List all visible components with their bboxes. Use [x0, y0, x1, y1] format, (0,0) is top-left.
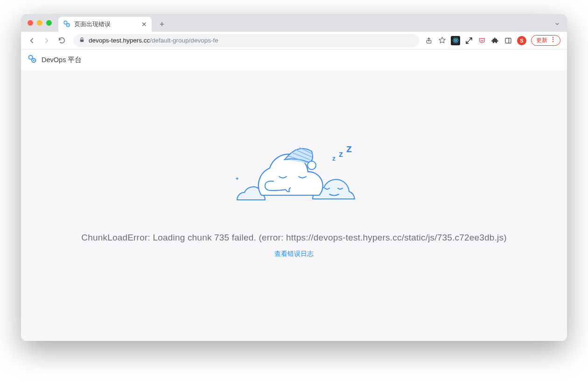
svg-text:z: z: [339, 149, 343, 159]
app-title: DevOps 平台: [42, 56, 82, 64]
svg-text:z: z: [346, 142, 352, 155]
reload-button[interactable]: [56, 35, 68, 47]
update-label: 更新: [536, 36, 547, 44]
lock-icon: [79, 37, 85, 44]
back-button[interactable]: [26, 35, 38, 47]
pocket-icon[interactable]: [478, 36, 486, 45]
bookmark-star-icon[interactable]: [438, 36, 446, 45]
sleeping-cloud-illustration: z z z ✦: [229, 140, 359, 210]
svg-rect-3: [80, 39, 84, 42]
view-error-log-link[interactable]: 查看错误日志: [274, 250, 314, 257]
react-devtools-icon[interactable]: [451, 36, 460, 45]
update-button[interactable]: 更新 ⋮: [531, 35, 560, 46]
svg-point-14: [308, 161, 316, 170]
tab-title: 页面出现错误: [74, 21, 111, 28]
share-icon[interactable]: [425, 36, 433, 45]
extensions-icon[interactable]: [491, 36, 499, 45]
browser-toolbar: devops-test.hypers.cc/default-group/devo…: [21, 32, 567, 50]
tab-favicon-icon: [63, 20, 70, 29]
window-controls: [25, 14, 58, 32]
svg-text:✦: ✦: [235, 176, 239, 181]
tabs-overflow-button[interactable]: [554, 21, 560, 29]
svg-point-2: [68, 24, 69, 25]
svg-point-5: [455, 40, 456, 41]
profile-avatar[interactable]: S: [517, 36, 526, 45]
sidepanel-icon[interactable]: [504, 36, 512, 45]
url-host: devops-test.hypers.cc: [89, 37, 150, 44]
page-content: z z z ✦ ChunkLoadError: Loading chunk 73…: [21, 70, 567, 341]
close-window-button[interactable]: [28, 20, 33, 26]
app-logo-icon: [28, 54, 37, 65]
app-header: DevOps 平台: [21, 50, 567, 70]
tab-strip: 页面出现错误 ✕ +: [21, 14, 567, 32]
address-bar[interactable]: devops-test.hypers.cc/default-group/devo…: [73, 34, 419, 47]
url-text: devops-test.hypers.cc/default-group/devo…: [89, 37, 218, 44]
expand-icon[interactable]: [465, 36, 473, 45]
new-tab-button[interactable]: +: [155, 18, 168, 31]
svg-point-13: [33, 60, 35, 61]
error-message: ChunkLoadError: Loading chunk 735 failed…: [81, 233, 507, 243]
forward-button[interactable]: [41, 35, 53, 47]
tab-close-button[interactable]: ✕: [141, 21, 147, 28]
browser-window: 页面出现错误 ✕ + devops-test.hypers.cc/default…: [21, 14, 567, 341]
svg-point-11: [29, 56, 33, 59]
url-path: /default-group/devops-fe: [150, 37, 218, 44]
more-menu-icon: ⋮: [550, 38, 556, 41]
minimize-window-button[interactable]: [37, 20, 42, 26]
svg-text:z: z: [332, 155, 336, 162]
maximize-window-button[interactable]: [46, 20, 52, 26]
svg-point-0: [64, 21, 67, 24]
toolbar-actions: S 更新 ⋮: [425, 35, 562, 46]
error-panel: z z z ✦ ChunkLoadError: Loading chunk 73…: [81, 140, 507, 258]
svg-rect-9: [505, 38, 511, 43]
browser-tab[interactable]: 页面出现错误 ✕: [58, 17, 152, 32]
